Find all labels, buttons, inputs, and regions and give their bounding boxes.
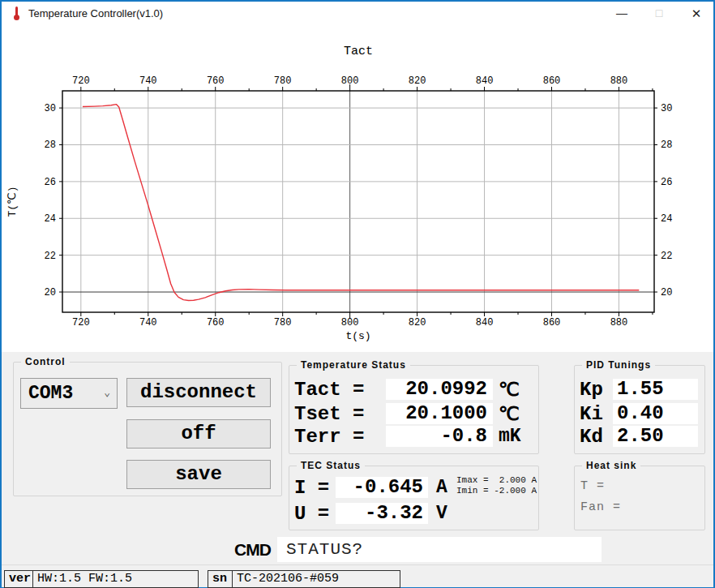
kd-value-field[interactable]: 2.50 xyxy=(613,426,698,447)
x-tick-label-bottom: 800 xyxy=(341,317,359,328)
current-unit: A xyxy=(436,477,447,498)
voltage-value-field: -3.32 xyxy=(336,503,428,524)
close-button[interactable]: ✕ xyxy=(678,2,715,25)
y-tick-label-right: 22 xyxy=(661,251,672,262)
x-tick-label-top: 800 xyxy=(341,75,359,87)
x-tick-label-bottom: 820 xyxy=(409,317,426,328)
temperature-curve xyxy=(83,105,639,301)
x-tick-label-bottom: 720 xyxy=(72,317,90,328)
tec-voltage-row: U = -3.32 V xyxy=(289,503,538,526)
x-tick-label-bottom: 880 xyxy=(610,317,628,328)
tact-label: Tact = xyxy=(294,379,376,401)
terr-row: Terr = -0.8 mK xyxy=(289,426,538,449)
tec-status-group: TEC Status I = -0.645 A Imax = 2.000 A I… xyxy=(289,466,539,530)
y-tick-label-left: 24 xyxy=(45,213,56,225)
tset-row: Tset = 20.1000 ℃ xyxy=(289,403,538,426)
current-limits: Imax = 2.000 A Imin = -2.000 A xyxy=(456,475,537,496)
temperature-chart: 7207207407407607607807808008008208208408… xyxy=(2,25,713,352)
status-bar: ver HW:1.5 FW:1.5 sn TC-202106-#059 xyxy=(2,564,713,587)
x-axis-label: t(s) xyxy=(345,330,370,342)
x-tick-label-top: 840 xyxy=(476,75,494,87)
x-tick-label-bottom: 780 xyxy=(274,317,292,328)
x-tick-label-top: 880 xyxy=(610,75,628,87)
tact-value-field: 20.0992 xyxy=(386,379,493,400)
kp-row: Kp = 1.55 xyxy=(575,379,704,401)
maximize-button: □ xyxy=(640,2,678,25)
tset-label: Tset = xyxy=(294,403,376,425)
tset-value-field[interactable]: 20.1000 xyxy=(386,403,493,424)
x-tick-label-top: 760 xyxy=(207,75,225,87)
y-axis-label: T(℃) xyxy=(6,186,19,217)
x-tick-label-top: 860 xyxy=(543,75,561,87)
terr-label: Terr = xyxy=(294,426,376,448)
disconnect-button[interactable]: disconnect xyxy=(126,378,271,407)
y-tick-label-right: 30 xyxy=(661,103,672,114)
x-tick-label-bottom: 840 xyxy=(476,317,494,328)
save-button[interactable]: save xyxy=(126,460,271,489)
x-tick-label-bottom: 740 xyxy=(139,317,157,328)
control-group-label: Control xyxy=(21,356,70,367)
terr-value-field: -0.8 xyxy=(386,426,493,447)
chevron-down-icon: ⌄ xyxy=(104,379,110,408)
ver-label: ver xyxy=(4,570,33,588)
pid-tunings-label: PID Tunings xyxy=(582,359,655,371)
chart-svg: 7207207407407607607807808008008208208408… xyxy=(2,25,713,352)
com-port-value: COM3 xyxy=(28,383,73,404)
x-tick-label-top: 740 xyxy=(139,75,157,87)
tact-row: Tact = 20.0992 ℃ xyxy=(289,379,538,401)
heat-sink-group: Heat sink T = Fan = xyxy=(574,466,705,530)
temperature-status-group: Temperature Status Tact = 20.0992 ℃ Tset… xyxy=(289,365,539,454)
off-button[interactable]: off xyxy=(126,419,271,449)
x-tick-label-bottom: 760 xyxy=(207,317,225,328)
plot-frame xyxy=(62,91,654,312)
cmd-label: CMD xyxy=(234,540,271,560)
heatsink-fan-line: Fan = xyxy=(580,500,621,514)
tec-status-label: TEC Status xyxy=(297,460,365,471)
sn-label: sn xyxy=(208,570,233,588)
y-tick-label-left: 30 xyxy=(45,103,56,114)
current-label: I = xyxy=(294,477,341,499)
temperature-status-label: Temperature Status xyxy=(297,359,410,371)
cmd-input[interactable]: STATUS? xyxy=(277,537,602,562)
y-tick-label-left: 26 xyxy=(45,177,56,188)
current-value-field: -0.645 xyxy=(336,477,428,498)
ki-value-field[interactable]: 0.40 xyxy=(613,403,698,424)
pid-tunings-group: PID Tunings Kp = 1.55 Ki = 0.40 Kd = 2.5… xyxy=(574,365,705,454)
y-tick-label-right: 26 xyxy=(661,177,672,188)
serial-number: TC-202106-#059 xyxy=(232,570,400,588)
x-tick-label-top: 720 xyxy=(72,75,90,87)
y-tick-label-left: 22 xyxy=(45,251,56,262)
x-tick-label-top: 780 xyxy=(274,75,292,87)
y-tick-label-left: 28 xyxy=(45,139,56,151)
terr-unit: mK xyxy=(499,426,521,447)
y-tick-label-right: 24 xyxy=(661,213,672,225)
chart-title: Tact xyxy=(344,45,373,58)
heat-sink-label: Heat sink xyxy=(582,460,640,471)
com-port-select[interactable]: COM3 ⌄ xyxy=(20,378,118,409)
app-window: Temperature Controller(v1.0) — □ ✕ 72072… xyxy=(0,0,715,588)
voltage-label: U = xyxy=(294,503,341,525)
voltage-unit: V xyxy=(436,503,447,524)
minimize-button[interactable]: — xyxy=(603,2,640,25)
kd-row: Kd = 2.50 xyxy=(575,426,704,449)
control-panel: Control COM3 ⌄ disconnect off save Tempe… xyxy=(2,352,713,564)
tset-unit: ℃ xyxy=(499,403,520,426)
kp-value-field[interactable]: 1.55 xyxy=(613,379,698,400)
title-bar: Temperature Controller(v1.0) — □ ✕ xyxy=(2,2,713,25)
thermometer-icon xyxy=(12,6,22,21)
window-title: Temperature Controller(v1.0) xyxy=(28,7,163,19)
y-tick-label-right: 20 xyxy=(661,287,672,298)
y-tick-label-left: 20 xyxy=(45,287,56,298)
control-group: Control COM3 ⌄ disconnect off save xyxy=(13,362,282,496)
x-tick-label-bottom: 860 xyxy=(543,317,561,328)
version-value: HW:1.5 FW:1.5 xyxy=(32,570,199,588)
x-tick-label-top: 820 xyxy=(409,75,426,87)
ki-row: Ki = 0.40 xyxy=(575,403,704,426)
heatsink-temp-line: T = xyxy=(580,479,605,493)
y-tick-label-right: 28 xyxy=(661,139,672,151)
tact-unit: ℃ xyxy=(499,379,520,401)
